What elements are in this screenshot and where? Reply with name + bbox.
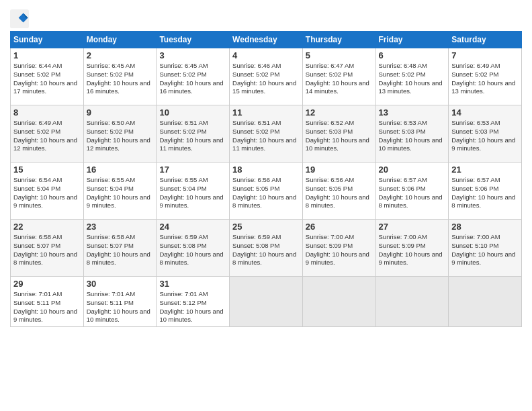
day-cell: 3 Sunrise: 6:45 AM Sunset: 5:02 PM Dayli… [157, 48, 230, 105]
day-cell: 14 Sunrise: 6:53 AM Sunset: 5:03 PM Dayl… [449, 105, 522, 163]
day-cell: 13 Sunrise: 6:53 AM Sunset: 5:03 PM Dayl… [375, 105, 449, 163]
day-detail: Sunrise: 7:01 AM Sunset: 5:12 PM Dayligh… [159, 290, 226, 324]
logo-icon [10, 9, 29, 28]
week-row-4: 22 Sunrise: 6:58 AM Sunset: 5:07 PM Dayl… [11, 220, 522, 277]
day-detail: Sunrise: 6:49 AM Sunset: 5:02 PM Dayligh… [13, 119, 81, 153]
column-header-saturday: Saturday [449, 32, 522, 48]
day-detail: Sunrise: 6:53 AM Sunset: 5:03 PM Dayligh… [379, 119, 446, 153]
day-number: 10 [159, 107, 226, 118]
day-detail: Sunrise: 6:49 AM Sunset: 5:02 PM Dayligh… [451, 62, 519, 96]
day-number: 16 [87, 165, 154, 175]
day-detail: Sunrise: 6:46 AM Sunset: 5:02 PM Dayligh… [232, 62, 300, 96]
day-detail: Sunrise: 6:58 AM Sunset: 5:07 PM Dayligh… [87, 233, 154, 267]
day-detail: Sunrise: 6:52 AM Sunset: 5:03 PM Dayligh… [306, 119, 373, 153]
day-cell: 8 Sunrise: 6:49 AM Sunset: 5:02 PM Dayli… [11, 105, 84, 163]
day-detail: Sunrise: 6:50 AM Sunset: 5:02 PM Dayligh… [87, 119, 154, 153]
day-detail: Sunrise: 7:01 AM Sunset: 5:11 PM Dayligh… [87, 290, 154, 324]
day-cell: 22 Sunrise: 6:58 AM Sunset: 5:07 PM Dayl… [11, 220, 84, 277]
column-header-friday: Friday [375, 32, 449, 48]
day-detail: Sunrise: 6:51 AM Sunset: 5:02 PM Dayligh… [159, 119, 226, 153]
day-cell: 25 Sunrise: 6:59 AM Sunset: 5:08 PM Dayl… [230, 220, 303, 277]
column-header-wednesday: Wednesday [230, 32, 303, 48]
day-detail: Sunrise: 6:55 AM Sunset: 5:04 PM Dayligh… [159, 176, 226, 210]
day-cell: 6 Sunrise: 6:48 AM Sunset: 5:02 PM Dayli… [375, 48, 449, 105]
day-cell: 9 Sunrise: 6:50 AM Sunset: 5:02 PM Dayli… [83, 105, 157, 163]
day-detail: Sunrise: 6:45 AM Sunset: 5:02 PM Dayligh… [159, 62, 226, 96]
day-detail: Sunrise: 6:59 AM Sunset: 5:08 PM Dayligh… [159, 233, 226, 267]
day-cell: 30 Sunrise: 7:01 AM Sunset: 5:11 PM Dayl… [83, 277, 157, 327]
day-cell: 5 Sunrise: 6:47 AM Sunset: 5:02 PM Dayli… [302, 48, 375, 105]
day-number: 3 [159, 50, 226, 60]
column-header-monday: Monday [83, 32, 157, 48]
day-number: 21 [451, 165, 519, 175]
day-number: 5 [306, 50, 373, 60]
day-number: 24 [159, 222, 226, 232]
day-cell: 23 Sunrise: 6:58 AM Sunset: 5:07 PM Dayl… [83, 220, 157, 277]
day-number: 2 [87, 50, 154, 60]
day-cell: 17 Sunrise: 6:55 AM Sunset: 5:04 PM Dayl… [157, 163, 230, 220]
day-cell: 12 Sunrise: 6:52 AM Sunset: 5:03 PM Dayl… [302, 105, 375, 163]
day-detail: Sunrise: 6:57 AM Sunset: 5:06 PM Dayligh… [451, 176, 519, 210]
day-number: 17 [159, 165, 226, 175]
day-cell: 11 Sunrise: 6:51 AM Sunset: 5:02 PM Dayl… [230, 105, 303, 163]
day-number: 27 [379, 222, 446, 232]
day-number: 1 [13, 50, 81, 60]
day-cell: 24 Sunrise: 6:59 AM Sunset: 5:08 PM Dayl… [157, 220, 230, 277]
day-number: 31 [159, 279, 226, 289]
day-cell [302, 277, 375, 327]
day-number: 22 [13, 222, 81, 232]
day-detail: Sunrise: 7:01 AM Sunset: 5:11 PM Dayligh… [13, 290, 81, 324]
week-row-1: 1 Sunrise: 6:44 AM Sunset: 5:02 PM Dayli… [11, 48, 522, 105]
day-detail: Sunrise: 6:51 AM Sunset: 5:02 PM Dayligh… [232, 119, 300, 153]
day-cell [449, 277, 522, 327]
day-cell: 19 Sunrise: 6:56 AM Sunset: 5:05 PM Dayl… [302, 163, 375, 220]
week-row-3: 15 Sunrise: 6:54 AM Sunset: 5:04 PM Dayl… [11, 163, 522, 220]
day-number: 7 [451, 50, 519, 60]
day-cell: 2 Sunrise: 6:45 AM Sunset: 5:02 PM Dayli… [83, 48, 157, 105]
logo [10, 9, 32, 28]
day-cell: 10 Sunrise: 6:51 AM Sunset: 5:02 PM Dayl… [157, 105, 230, 163]
day-cell: 27 Sunrise: 7:00 AM Sunset: 5:09 PM Dayl… [375, 220, 449, 277]
day-cell: 4 Sunrise: 6:46 AM Sunset: 5:02 PM Dayli… [230, 48, 303, 105]
day-cell: 31 Sunrise: 7:01 AM Sunset: 5:12 PM Dayl… [157, 277, 230, 327]
day-detail: Sunrise: 6:56 AM Sunset: 5:05 PM Dayligh… [232, 176, 300, 210]
header [10, 7, 522, 28]
day-detail: Sunrise: 6:56 AM Sunset: 5:05 PM Dayligh… [306, 176, 373, 210]
calendar-header: SundayMondayTuesdayWednesdayThursdayFrid… [11, 32, 522, 48]
column-header-tuesday: Tuesday [157, 32, 230, 48]
week-row-2: 8 Sunrise: 6:49 AM Sunset: 5:02 PM Dayli… [11, 105, 522, 163]
day-number: 14 [451, 107, 519, 118]
day-cell: 29 Sunrise: 7:01 AM Sunset: 5:11 PM Dayl… [11, 277, 84, 327]
day-number: 11 [232, 107, 300, 118]
day-number: 28 [451, 222, 519, 232]
day-number: 25 [232, 222, 300, 232]
day-detail: Sunrise: 6:54 AM Sunset: 5:04 PM Dayligh… [13, 176, 81, 210]
day-number: 19 [306, 165, 373, 175]
column-header-thursday: Thursday [302, 32, 375, 48]
day-detail: Sunrise: 7:00 AM Sunset: 5:09 PM Dayligh… [306, 233, 373, 267]
day-number: 30 [87, 279, 154, 289]
day-detail: Sunrise: 6:45 AM Sunset: 5:02 PM Dayligh… [87, 62, 154, 96]
day-number: 9 [87, 107, 154, 118]
week-row-5: 29 Sunrise: 7:01 AM Sunset: 5:11 PM Dayl… [11, 277, 522, 327]
page-container: SundayMondayTuesdayWednesdayThursdayFrid… [0, 0, 532, 334]
calendar-body: 1 Sunrise: 6:44 AM Sunset: 5:02 PM Dayli… [11, 48, 522, 327]
day-detail: Sunrise: 6:44 AM Sunset: 5:02 PM Dayligh… [13, 62, 81, 96]
day-number: 18 [232, 165, 300, 175]
day-cell [230, 277, 303, 327]
day-number: 4 [232, 50, 300, 60]
day-detail: Sunrise: 6:58 AM Sunset: 5:07 PM Dayligh… [13, 233, 81, 267]
day-number: 6 [379, 50, 446, 60]
day-number: 23 [87, 222, 154, 232]
day-detail: Sunrise: 6:57 AM Sunset: 5:06 PM Dayligh… [379, 176, 446, 210]
day-cell: 7 Sunrise: 6:49 AM Sunset: 5:02 PM Dayli… [449, 48, 522, 105]
day-detail: Sunrise: 6:53 AM Sunset: 5:03 PM Dayligh… [451, 119, 519, 153]
day-cell: 21 Sunrise: 6:57 AM Sunset: 5:06 PM Dayl… [449, 163, 522, 220]
day-cell: 16 Sunrise: 6:55 AM Sunset: 5:04 PM Dayl… [83, 163, 157, 220]
day-number: 8 [13, 107, 81, 118]
day-cell: 28 Sunrise: 7:00 AM Sunset: 5:10 PM Dayl… [449, 220, 522, 277]
day-detail: Sunrise: 6:55 AM Sunset: 5:04 PM Dayligh… [87, 176, 154, 210]
day-cell: 18 Sunrise: 6:56 AM Sunset: 5:05 PM Dayl… [230, 163, 303, 220]
day-detail: Sunrise: 6:48 AM Sunset: 5:02 PM Dayligh… [379, 62, 446, 96]
day-number: 20 [379, 165, 446, 175]
